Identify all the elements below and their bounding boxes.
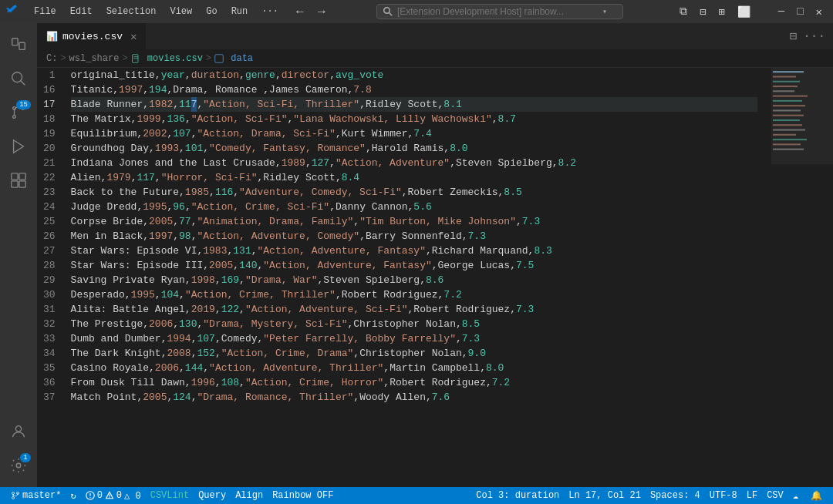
status-errors[interactable]: 0 0 △ 0 xyxy=(81,487,146,504)
breadcrumb-sep-3: > xyxy=(206,53,211,64)
code-line-21: Indiana Jones and the Last Crusade,1989,… xyxy=(71,156,757,170)
forward-button[interactable]: → xyxy=(312,3,331,20)
search-icon xyxy=(383,7,393,16)
position-label: Ln 17, Col 21 xyxy=(568,490,641,501)
breadcrumb-drive[interactable]: C: xyxy=(46,53,57,64)
activity-source-control[interactable]: 15 xyxy=(3,97,34,128)
warning-icon xyxy=(105,491,114,500)
svg-point-14 xyxy=(15,426,21,432)
status-align[interactable]: Align xyxy=(231,487,268,504)
code-area[interactable]: original_title,year,duration,genre,direc… xyxy=(65,68,764,487)
svg-rect-13 xyxy=(19,181,25,187)
vscode-logo xyxy=(6,4,19,20)
code-line-24: Judge Dredd,1995,96,"Action, Crime, Sci-… xyxy=(71,200,757,214)
status-position[interactable]: Ln 17, Col 21 xyxy=(564,487,646,504)
code-line-16: Titanic,1997,194,Drama, Romance ,James C… xyxy=(71,82,757,97)
breadcrumb-folder[interactable]: wsl_share xyxy=(69,53,120,64)
code-line-1: original_title,year,duration,genre,direc… xyxy=(71,68,757,82)
activity-bar: 15 1 xyxy=(0,23,37,487)
svg-line-5 xyxy=(21,81,25,86)
error-count: 0 xyxy=(97,490,103,501)
feedback-icon: ☁ xyxy=(793,490,798,502)
split-editor-button[interactable]: ⊟ xyxy=(788,27,799,45)
menu-run[interactable]: Run xyxy=(225,3,255,20)
layout-btn-4[interactable]: ⬜ xyxy=(733,4,755,20)
nav-buttons: ← → xyxy=(291,3,331,20)
svg-point-4 xyxy=(12,72,22,82)
menu-more[interactable]: ··· xyxy=(255,3,285,20)
search-input[interactable] xyxy=(397,6,598,17)
layout-btn-2[interactable]: ⊟ xyxy=(695,4,710,20)
back-button[interactable]: ← xyxy=(291,3,309,20)
code-line-26: Men in Black,1997,98,"Action, Adventure,… xyxy=(71,229,757,244)
minimap xyxy=(771,68,833,487)
csvlint-label: CSVLint xyxy=(150,490,189,501)
status-col-info[interactable]: Col 3: duration xyxy=(471,487,564,504)
status-bell[interactable]: 🔔 xyxy=(806,487,827,504)
source-control-badge: 15 xyxy=(16,100,31,109)
line-ending-label: LF xyxy=(747,490,757,501)
menu-view[interactable]: View xyxy=(164,3,198,20)
status-query[interactable]: Query xyxy=(194,487,231,504)
status-rainbow[interactable]: Rainbow OFF xyxy=(268,487,338,504)
status-sync[interactable]: ↻ xyxy=(66,487,80,504)
svg-point-15 xyxy=(16,463,21,468)
minimap-svg xyxy=(771,68,833,487)
status-spaces[interactable]: Spaces: 4 xyxy=(646,487,705,504)
query-label: Query xyxy=(198,490,226,501)
svg-rect-38 xyxy=(771,68,833,165)
svg-rect-3 xyxy=(19,42,25,49)
layout-btn-3[interactable]: ⊞ xyxy=(713,4,729,20)
status-line-ending[interactable]: LF xyxy=(742,487,762,504)
svg-point-40 xyxy=(12,497,15,499)
warning-count: 0 xyxy=(116,490,122,501)
activity-search[interactable] xyxy=(3,63,34,94)
layout-btn-1[interactable]: ⧉ xyxy=(675,4,692,20)
status-csvlint[interactable]: CSVLint xyxy=(146,487,194,504)
menu-edit[interactable]: Edit xyxy=(64,3,99,20)
activity-run-debug[interactable] xyxy=(3,131,34,162)
minimize-button[interactable]: ─ xyxy=(774,4,789,20)
status-feedback[interactable]: ☁ xyxy=(788,487,803,504)
close-button[interactable]: ✕ xyxy=(811,4,827,20)
svg-rect-10 xyxy=(12,173,18,180)
status-encoding[interactable]: UTF-8 xyxy=(705,487,742,504)
tab-label: movies.csv xyxy=(62,31,123,42)
settings-badge: 1 xyxy=(20,453,31,462)
tab-close-button[interactable]: ✕ xyxy=(130,30,137,43)
minimap-canvas xyxy=(771,68,833,487)
status-git-branch[interactable]: master* xyxy=(6,487,66,504)
titlebar: File Edit Selection View Go Run ··· ← → … xyxy=(0,0,833,23)
svg-point-39 xyxy=(12,492,15,495)
search-bar[interactable]: ▾ xyxy=(376,4,623,19)
breadcrumb-sep-1: > xyxy=(60,53,66,64)
svg-point-0 xyxy=(384,8,390,14)
activity-settings[interactable]: 1 xyxy=(3,450,34,481)
more-actions-button[interactable]: ··· xyxy=(801,28,827,45)
scrollbar[interactable] xyxy=(764,68,771,487)
activity-extensions[interactable] xyxy=(3,165,34,196)
code-line-17: Blade Runner,1982,117,"Action, Sci-Fi, T… xyxy=(71,97,757,112)
code-line-34: The Dark Knight,2008,152,"Action, Crime,… xyxy=(71,346,757,361)
code-line-28: Star Wars: Episode III,2005,140,"Action,… xyxy=(71,258,757,273)
svg-marker-9 xyxy=(14,140,24,153)
window-controls: ⧉ ⊟ ⊞ ⬜ ─ □ ✕ xyxy=(675,4,827,20)
status-language[interactable]: CSV xyxy=(762,487,788,504)
activity-explorer[interactable] xyxy=(3,29,34,60)
encoding-label: UTF-8 xyxy=(710,490,737,501)
menu-bar: File Edit Selection View Go Run ··· xyxy=(28,3,285,20)
line-numbers: 1 16 17 18 19 20 21 22 23 24 25 26 27 28… xyxy=(37,68,65,487)
activity-account[interactable] xyxy=(3,416,34,447)
menu-go[interactable]: Go xyxy=(200,3,223,20)
maximize-button[interactable]: □ xyxy=(792,4,808,20)
code-line-25: Corpse Bride,2005,77,"Animation, Drama, … xyxy=(71,214,757,229)
breadcrumb-file[interactable]: movies.csv xyxy=(131,53,203,64)
search-dropdown-icon: ▾ xyxy=(602,7,607,16)
menu-file[interactable]: File xyxy=(28,3,62,20)
code-line-33: Dumb and Dumber,1994,107,Comedy,"Peter F… xyxy=(71,331,757,346)
svg-point-44 xyxy=(89,497,90,498)
tab-movies-csv[interactable]: 📊 movies.csv ✕ xyxy=(37,23,147,50)
menu-selection[interactable]: Selection xyxy=(100,3,163,20)
svg-rect-2 xyxy=(12,39,18,45)
breadcrumb-data[interactable]: data xyxy=(214,53,253,64)
